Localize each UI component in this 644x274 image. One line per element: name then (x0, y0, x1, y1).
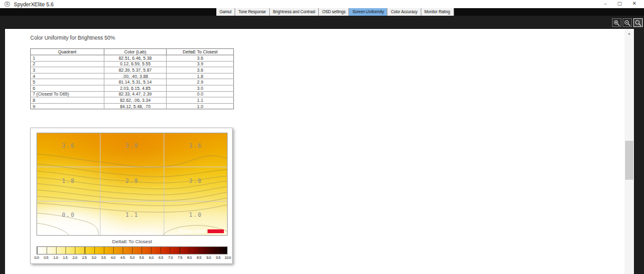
scroll-up-icon[interactable]: ▲ (625, 29, 634, 38)
heatmap-cell-label: 1.1 (126, 212, 139, 218)
colorbar-tick-label: 5.5 (140, 256, 144, 260)
colorbar-tick-label: 3.5 (101, 256, 106, 260)
colorbar-tick-label: 9.5 (216, 256, 220, 260)
cell-delta_e: 3.9 (167, 61, 234, 67)
cell-color_lab: 82.62, .06, 3.34 (104, 97, 167, 104)
maximize-icon[interactable]: ▢ (613, 0, 627, 8)
tab-brightness-and-contrast[interactable]: Brightness and Contrast (270, 8, 319, 16)
cell-quadrant: 3 (31, 67, 104, 74)
magnifier-icon (635, 19, 641, 26)
page-title: Color Uniformity for Brightness 50% (30, 35, 115, 41)
colorbar-tick-label: 1.0 (53, 256, 58, 260)
cell-quadrant: 1 (31, 55, 104, 62)
cell-color_lab: 82.39, 5.37, 5.87 (104, 67, 167, 74)
heatmap-cell-label: 0.0 (62, 212, 75, 218)
colorbar-tick-label: 4.0 (111, 256, 115, 260)
cell-quadrant: 6 (31, 85, 104, 91)
scrollbar-thumb[interactable] (625, 141, 633, 180)
table-row: 382.39, 5.37, 5.873.6 (31, 67, 234, 74)
table-row: 62.03, 6.15, 4.853.0 (31, 85, 234, 91)
colorbar-tick-label: 0.5 (44, 256, 48, 260)
heatmap-cell-label: 2.9 (126, 178, 139, 184)
heatmap-cell-label: 1.8 (62, 178, 75, 184)
heatmap-cell-label: 3.6 (62, 143, 75, 149)
table-header-row: Quadrant Color (Lab) DeltaE To Closest (31, 49, 234, 55)
cell-quadrant: 2 (31, 61, 104, 67)
tab-gamut[interactable]: Gamut (216, 8, 235, 16)
tab-tone-response[interactable]: Tone Response (235, 8, 270, 16)
table-row: 7 (Closest To D65)82.33, 4.47, 2.390.0 (31, 91, 234, 97)
colorbar-tick-label: 2.0 (72, 256, 77, 260)
cell-quadrant: 7 (Closest To D65) (31, 91, 104, 97)
cell-quadrant: 9 (31, 103, 104, 109)
colorbar-tick-label: 7.0 (168, 256, 172, 260)
cell-quadrant: 5 (31, 79, 104, 85)
tab-color-accuracy[interactable]: Color Accuracy (387, 8, 421, 16)
heatmap-cell-label: 3.9 (126, 143, 139, 149)
table-row: 882.62, .06, 3.341.1 (31, 97, 234, 104)
window-controls: – ▢ ✕ (598, 0, 641, 8)
colorbar-tick-label: 4.5 (120, 256, 125, 260)
contour-plot: 3.63.93.61.82.93.00.01.11.0 (36, 133, 228, 236)
content-panel: Color Uniformity for Brightness 50% Quad… (5, 29, 634, 274)
colorbar-tick-label: 0.0 (34, 256, 38, 260)
tab-osd-settings[interactable]: OSD settings (319, 8, 349, 16)
colorbar-tick-label: 5.0 (130, 256, 134, 260)
cell-color_lab: 81.14, 5.31, 5.14 (104, 79, 167, 85)
colorbar-tick-label: 3.0 (92, 256, 96, 260)
heatmap-cell-label: 3.6 (189, 143, 203, 149)
cell-delta_e: 2.9 (167, 79, 234, 85)
colorbar-tick-label: 1.5 (63, 256, 67, 260)
zoom-in-icon (613, 19, 620, 26)
cell-delta_e: 3.6 (167, 67, 234, 74)
colorbar-title: DeltaE To Closest (36, 239, 228, 244)
cell-delta_e: 3.6 (167, 55, 234, 62)
zoom-out-button[interactable] (623, 18, 632, 27)
table-row: 4.00, .40, 3.881.8 (31, 73, 234, 79)
header-quadrant: Quadrant (31, 49, 104, 55)
vertical-scrollbar[interactable]: ▲ (625, 29, 634, 274)
colorbar-tick-label: 2.5 (82, 256, 86, 260)
header-color-lab: Color (Lab) (104, 49, 167, 55)
title-bar: S SpyderXElite 5.6 – ▢ ✕ (0, 0, 644, 8)
colorbar-tick-label: 8.5 (197, 256, 201, 260)
colorbar-frame (36, 246, 228, 255)
app-icon: S (4, 1, 10, 7)
tab-bar: GamutTone ResponseBrightness and Contras… (216, 8, 454, 16)
colorbar-tick-label: 6.5 (158, 256, 163, 260)
tab-monitor-rating[interactable]: Monitor Rating (421, 8, 454, 16)
cell-delta_e: 3.0 (167, 85, 234, 91)
header-deltae: DeltaE To Closest (167, 49, 234, 55)
colorbar-tick-label: 9.0 (206, 256, 211, 260)
colorbar-tick-label: 10.0 (225, 256, 231, 260)
table-row: 984.12, 5.48, .701.0 (31, 103, 234, 109)
table-row: 20.12, 6.59, 5.553.9 (31, 61, 234, 67)
table-row: 581.14, 5.31, 5.142.9 (31, 79, 234, 85)
colorbar-ticks (37, 247, 227, 254)
zoom-out-icon (624, 19, 631, 26)
minimize-icon[interactable]: – (598, 0, 613, 8)
cell-color_lab: 84.12, 5.48, .70 (104, 103, 167, 109)
cell-color_lab: 82.51, 6.46, 5.38 (104, 55, 167, 62)
zoom-in-button[interactable] (612, 18, 621, 27)
tab-screen-uniformity[interactable]: Screen Uniformity (349, 8, 387, 16)
cell-color_lab: 82.33, 4.47, 2.39 (104, 91, 167, 97)
cell-color_lab: 2.03, 6.15, 4.85 (104, 85, 167, 91)
heatmap-cell-label: 3.0 (189, 178, 203, 184)
cell-quadrant: 8 (31, 97, 104, 104)
uniformity-table: Quadrant Color (Lab) DeltaE To Closest 1… (30, 48, 234, 109)
cell-color_lab: 0.12, 6.59, 5.55 (104, 61, 167, 67)
cell-delta_e: 1.8 (167, 73, 234, 79)
colorbar-tick-label: 6.0 (149, 256, 153, 260)
table-row: 182.51, 6.46, 5.383.6 (31, 55, 234, 62)
heatmap-cell-label: 1.0 (189, 212, 203, 218)
colorbar-labels: 0.00.51.01.52.02.53.03.54.04.55.05.56.06… (36, 256, 228, 261)
zoom-reset-button[interactable] (633, 18, 643, 27)
main-area: Color Uniformity for Brightness 50% Quad… (0, 16, 644, 274)
window-title: SpyderXElite 5.6 (14, 1, 53, 8)
colorbar-tick-label: 8.0 (187, 256, 192, 260)
close-icon[interactable]: ✕ (627, 0, 641, 8)
cell-color_lab: .00, .40, 3.88 (104, 73, 167, 79)
cell-delta_e: 1.1 (167, 97, 234, 104)
uniformity-table-body: 182.51, 6.46, 5.383.620.12, 6.59, 5.553.… (31, 55, 234, 109)
